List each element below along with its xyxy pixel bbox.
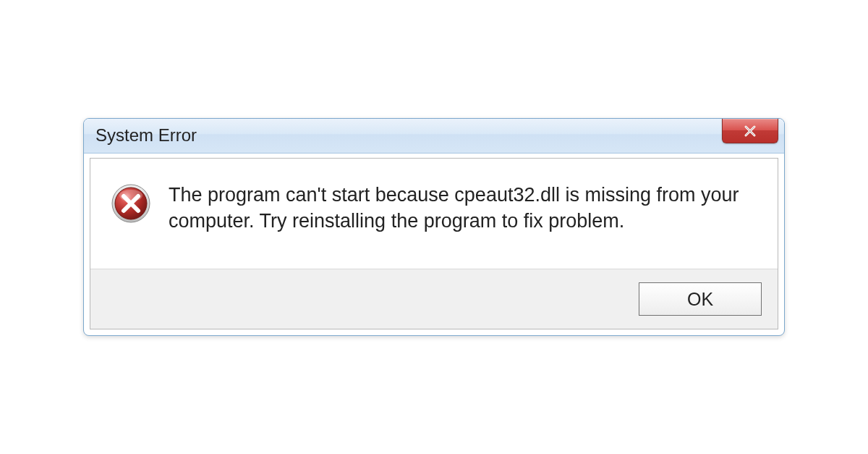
close-icon [743, 124, 757, 138]
ok-button[interactable]: OK [639, 282, 762, 316]
dialog-title: System Error [95, 125, 197, 146]
error-icon [111, 183, 151, 224]
system-error-dialog: System Error [83, 118, 785, 337]
error-message: The program can't start because cpeaut32… [169, 182, 757, 235]
close-button[interactable] [722, 119, 778, 143]
titlebar[interactable]: System Error [84, 119, 784, 154]
content-area: The program can't start because cpeaut32… [90, 159, 778, 269]
button-row: OK [90, 269, 778, 329]
dialog-body: The program can't start because cpeaut32… [90, 158, 778, 330]
